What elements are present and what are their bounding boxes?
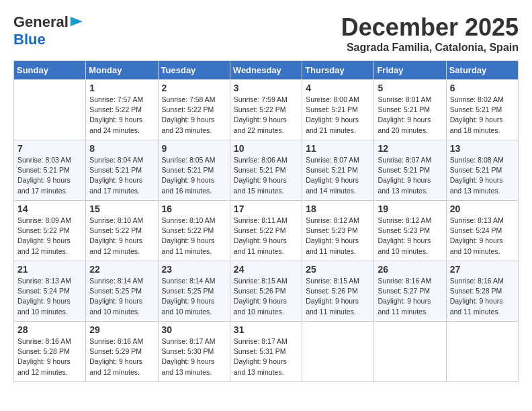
calendar-cell: 5Sunrise: 8:01 AMSunset: 5:21 PMDaylight…: [374, 80, 446, 140]
calendar-cell: 2Sunrise: 7:58 AMSunset: 5:22 PMDaylight…: [158, 80, 230, 140]
day-info: Sunrise: 8:16 AMSunset: 5:28 PMDaylight:…: [450, 276, 515, 317]
day-info: Sunrise: 8:00 AMSunset: 5:21 PMDaylight:…: [306, 95, 370, 136]
day-info: Sunrise: 8:02 AMSunset: 5:21 PMDaylight:…: [450, 95, 515, 136]
day-info: Sunrise: 7:59 AMSunset: 5:22 PMDaylight:…: [234, 95, 298, 136]
day-number: 25: [306, 264, 370, 275]
day-info: Sunrise: 8:13 AMSunset: 5:24 PMDaylight:…: [17, 276, 82, 317]
day-info: Sunrise: 8:12 AMSunset: 5:23 PMDaylight:…: [378, 216, 442, 257]
header-day-thursday: Thursday: [302, 61, 374, 80]
day-info: Sunrise: 8:01 AMSunset: 5:21 PMDaylight:…: [378, 95, 442, 136]
svg-marker-0: [71, 17, 83, 26]
calendar-cell: 24Sunrise: 8:15 AMSunset: 5:26 PMDayligh…: [230, 261, 302, 322]
day-info: Sunrise: 8:14 AMSunset: 5:25 PMDaylight:…: [162, 276, 226, 317]
day-number: 15: [89, 203, 154, 214]
day-number: 6: [450, 83, 515, 93]
day-info: Sunrise: 8:10 AMSunset: 5:22 PMDaylight:…: [89, 216, 154, 257]
day-number: 16: [162, 203, 226, 214]
day-number: 29: [89, 324, 154, 335]
calendar-cell: 18Sunrise: 8:12 AMSunset: 5:23 PMDayligh…: [302, 201, 374, 261]
day-info: Sunrise: 8:16 AMSunset: 5:28 PMDaylight:…: [17, 336, 82, 377]
calendar-cell: [374, 322, 446, 382]
day-info: Sunrise: 8:17 AMSunset: 5:31 PMDaylight:…: [234, 336, 298, 377]
calendar-cell: 17Sunrise: 8:11 AMSunset: 5:22 PMDayligh…: [230, 201, 302, 261]
calendar-cell: 30Sunrise: 8:17 AMSunset: 5:30 PMDayligh…: [158, 322, 230, 382]
day-number: 1: [89, 83, 154, 93]
logo-blue: Blue: [13, 31, 46, 48]
calendar-cell: 4Sunrise: 8:00 AMSunset: 5:21 PMDaylight…: [302, 80, 374, 140]
calendar-cell: 15Sunrise: 8:10 AMSunset: 5:22 PMDayligh…: [86, 201, 158, 261]
calendar-cell: 27Sunrise: 8:16 AMSunset: 5:28 PMDayligh…: [446, 261, 518, 322]
day-number: 3: [234, 83, 298, 93]
title-block: December 2025 Sagrada Familia, Catalonia…: [341, 13, 519, 54]
calendar-week-row: 14Sunrise: 8:09 AMSunset: 5:22 PMDayligh…: [14, 201, 519, 261]
calendar-cell: 16Sunrise: 8:10 AMSunset: 5:22 PMDayligh…: [158, 201, 230, 261]
calendar-cell: 12Sunrise: 8:07 AMSunset: 5:21 PMDayligh…: [374, 140, 446, 201]
logo-arrow-icon: [71, 15, 83, 30]
day-number: 27: [450, 264, 515, 275]
day-info: Sunrise: 8:10 AMSunset: 5:22 PMDaylight:…: [162, 216, 226, 257]
location-subtitle: Sagrada Familia, Catalonia, Spain: [341, 42, 519, 54]
day-info: Sunrise: 8:12 AMSunset: 5:23 PMDaylight:…: [306, 216, 370, 257]
calendar-cell: [446, 322, 518, 382]
day-info: Sunrise: 8:13 AMSunset: 5:24 PMDaylight:…: [450, 216, 515, 257]
calendar-cell: 22Sunrise: 8:14 AMSunset: 5:25 PMDayligh…: [86, 261, 158, 322]
header-day-monday: Monday: [86, 61, 158, 80]
day-number: 5: [378, 83, 442, 93]
day-number: 12: [378, 143, 442, 154]
day-number: 21: [17, 264, 82, 275]
day-info: Sunrise: 7:57 AMSunset: 5:22 PMDaylight:…: [89, 95, 154, 136]
calendar-cell: 29Sunrise: 8:16 AMSunset: 5:29 PMDayligh…: [86, 322, 158, 382]
calendar-table: SundayMondayTuesdayWednesdayThursdayFrid…: [13, 60, 519, 382]
calendar-cell: [302, 322, 374, 382]
day-info: Sunrise: 8:05 AMSunset: 5:21 PMDaylight:…: [162, 155, 226, 196]
calendar-week-row: 7Sunrise: 8:03 AMSunset: 5:21 PMDaylight…: [14, 140, 519, 201]
day-info: Sunrise: 8:16 AMSunset: 5:27 PMDaylight:…: [378, 276, 442, 317]
calendar-cell: 31Sunrise: 8:17 AMSunset: 5:31 PMDayligh…: [230, 322, 302, 382]
calendar-cell: 23Sunrise: 8:14 AMSunset: 5:25 PMDayligh…: [158, 261, 230, 322]
day-number: 31: [234, 324, 298, 335]
day-info: Sunrise: 8:07 AMSunset: 5:21 PMDaylight:…: [306, 155, 370, 196]
header-day-saturday: Saturday: [446, 61, 518, 80]
header-day-friday: Friday: [374, 61, 446, 80]
calendar-cell: 19Sunrise: 8:12 AMSunset: 5:23 PMDayligh…: [374, 201, 446, 261]
day-number: 30: [162, 324, 226, 335]
day-info: Sunrise: 8:16 AMSunset: 5:29 PMDaylight:…: [89, 336, 154, 377]
day-number: 18: [306, 203, 370, 214]
day-number: 17: [234, 203, 298, 214]
calendar-cell: 3Sunrise: 7:59 AMSunset: 5:22 PMDaylight…: [230, 80, 302, 140]
calendar-cell: 9Sunrise: 8:05 AMSunset: 5:21 PMDaylight…: [158, 140, 230, 201]
day-number: 13: [450, 143, 515, 154]
day-info: Sunrise: 8:11 AMSunset: 5:22 PMDaylight:…: [234, 216, 298, 257]
day-number: 14: [17, 203, 82, 214]
day-number: 8: [89, 143, 154, 154]
header-day-tuesday: Tuesday: [158, 61, 230, 80]
day-number: 7: [17, 143, 82, 154]
day-info: Sunrise: 8:17 AMSunset: 5:30 PMDaylight:…: [162, 336, 226, 377]
calendar-week-row: 28Sunrise: 8:16 AMSunset: 5:28 PMDayligh…: [14, 322, 519, 382]
month-title: December 2025: [341, 13, 519, 42]
calendar-cell: 1Sunrise: 7:57 AMSunset: 5:22 PMDaylight…: [86, 80, 158, 140]
calendar-cell: 26Sunrise: 8:16 AMSunset: 5:27 PMDayligh…: [374, 261, 446, 322]
day-number: 22: [89, 264, 154, 275]
calendar-cell: 28Sunrise: 8:16 AMSunset: 5:28 PMDayligh…: [14, 322, 86, 382]
calendar-week-row: 1Sunrise: 7:57 AMSunset: 5:22 PMDaylight…: [14, 80, 519, 140]
calendar-week-row: 21Sunrise: 8:13 AMSunset: 5:24 PMDayligh…: [14, 261, 519, 322]
day-info: Sunrise: 8:04 AMSunset: 5:21 PMDaylight:…: [89, 155, 154, 196]
day-info: Sunrise: 8:03 AMSunset: 5:21 PMDaylight:…: [17, 155, 82, 196]
day-info: Sunrise: 8:14 AMSunset: 5:25 PMDaylight:…: [89, 276, 154, 317]
day-number: 26: [378, 264, 442, 275]
day-number: 9: [162, 143, 226, 154]
day-number: 11: [306, 143, 370, 154]
day-info: Sunrise: 8:08 AMSunset: 5:21 PMDaylight:…: [450, 155, 515, 196]
day-number: 2: [162, 83, 226, 93]
day-number: 4: [306, 83, 370, 93]
calendar-cell: 8Sunrise: 8:04 AMSunset: 5:21 PMDaylight…: [86, 140, 158, 201]
day-info: Sunrise: 7:58 AMSunset: 5:22 PMDaylight:…: [162, 95, 226, 136]
calendar-cell: 7Sunrise: 8:03 AMSunset: 5:21 PMDaylight…: [14, 140, 86, 201]
calendar-cell: [14, 80, 86, 140]
logo: General Blue: [13, 13, 83, 48]
calendar-cell: 13Sunrise: 8:08 AMSunset: 5:21 PMDayligh…: [446, 140, 518, 201]
calendar-cell: 21Sunrise: 8:13 AMSunset: 5:24 PMDayligh…: [14, 261, 86, 322]
day-info: Sunrise: 8:06 AMSunset: 5:21 PMDaylight:…: [234, 155, 298, 196]
calendar-cell: 11Sunrise: 8:07 AMSunset: 5:21 PMDayligh…: [302, 140, 374, 201]
